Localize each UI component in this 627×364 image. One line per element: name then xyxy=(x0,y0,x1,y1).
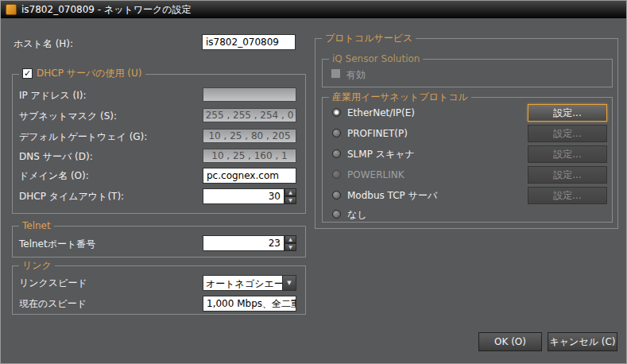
modbus-settings-button: 設定... xyxy=(528,187,607,204)
industrial-protocol-group: 産業用イーサネットプロトコル EtherNet/IP(E) 設定... PROF… xyxy=(322,97,613,223)
ethernet-ip-settings-button[interactable]: 設定... xyxy=(528,104,607,122)
telnet-port-label: Telnetポート番号 xyxy=(19,238,95,250)
dhcp-checkbox-label: DHCP サーバの使用 (U) xyxy=(37,68,142,79)
profinet-settings-button: 設定... xyxy=(528,125,607,142)
dhcp-checkbox[interactable]: ✓ xyxy=(22,68,33,79)
window-title: is7802_070809 - ネットワークの設定 xyxy=(21,3,192,17)
dhcp-timeout-input[interactable]: 30 xyxy=(203,188,284,204)
chevron-down-icon[interactable]: ▼ xyxy=(282,276,296,290)
link-speed-label: リンクスピード xyxy=(19,277,87,288)
domain-name-label: ドメイン名 (O): xyxy=(19,170,89,181)
link-speed-value: オートネゴシエー xyxy=(203,276,282,290)
ip-address-label: IP アドレス (I): xyxy=(19,90,86,101)
iq-enable-checkbox xyxy=(331,68,341,79)
telnet-legend: Telnet xyxy=(19,220,54,231)
radio-modbus-tcp-label: Modbus TCP サーバ xyxy=(347,190,437,201)
spin-up-icon[interactable]: ▲ xyxy=(284,235,296,243)
cancel-button[interactable]: キャンセル (C) xyxy=(548,332,617,351)
iq-sensor-legend: iQ Sensor Solution xyxy=(329,53,423,64)
radio-profinet-label: PROFINET(P) xyxy=(347,128,408,139)
dns-server-input: 10 , 25 , 160 , 1 xyxy=(203,149,296,163)
protocol-services-legend: プロトコルサービス xyxy=(322,33,416,44)
spin-down-icon[interactable]: ▼ xyxy=(284,196,296,204)
dhcp-timeout-label: DHCP タイムアウト(T): xyxy=(19,191,124,202)
slmp-settings-button: 設定... xyxy=(528,145,607,163)
ip-address-input xyxy=(203,87,296,102)
dns-server-label: DNS サーバ (D): xyxy=(19,151,93,162)
industrial-protocol-legend: 産業用イーサネットプロトコル xyxy=(329,91,471,103)
telnet-port-stepper: ▲ ▼ xyxy=(284,235,296,251)
radio-ethernet-ip[interactable] xyxy=(332,108,341,117)
telnet-group: Telnet Telnetポート番号 23 ▲ ▼ xyxy=(12,226,306,258)
hostname-input[interactable]: is7802_070809 xyxy=(202,34,296,50)
network-settings-dialog: is7802_070809 - ネットワークの設定 ホスト名 (H): is78… xyxy=(0,0,627,364)
protocol-services-group: プロトコルサービス iQ Sensor Solution 有効 産業用イーサネッ… xyxy=(315,38,618,229)
powerlink-settings-button: 設定... xyxy=(528,166,607,184)
checkmark-icon: ✓ xyxy=(24,69,31,78)
dhcp-group: ✓ DHCP サーバの使用 (U) IP アドレス (I): サブネットマスク … xyxy=(12,74,306,214)
domain-name-input[interactable]: pc.cognex.com xyxy=(203,168,296,184)
link-group: リンク リンクスピード オートネゴシエー ▼ 現在のスピード 1,000 Mbp… xyxy=(12,265,306,315)
spin-up-icon[interactable]: ▲ xyxy=(284,188,296,196)
radio-profinet[interactable] xyxy=(332,129,341,137)
current-speed-value: 1,000 Mbps、全二重 xyxy=(203,296,296,312)
telnet-port-input[interactable]: 23 xyxy=(203,235,284,251)
spin-down-icon[interactable]: ▼ xyxy=(284,243,296,251)
subnet-mask-input: 255 , 255 , 254 , 0 xyxy=(203,108,296,122)
radio-none[interactable] xyxy=(332,210,341,219)
app-icon xyxy=(6,4,17,15)
default-gateway-input: 10 , 25 , 80 , 205 xyxy=(203,129,296,143)
radio-slmp-scanner[interactable] xyxy=(332,149,341,158)
radio-slmp-scanner-label: SLMP スキャナ xyxy=(347,149,415,160)
default-gateway-label: デフォルトゲートウェイ (G): xyxy=(19,131,147,142)
current-speed-label: 現在のスピード xyxy=(19,298,87,309)
radio-powerlink-label: POWERLINK xyxy=(347,169,404,180)
radio-none-label: なし xyxy=(347,209,367,220)
radio-ethernet-ip-label: EtherNet/IP(E) xyxy=(347,107,415,118)
ok-button[interactable]: OK (O) xyxy=(478,332,542,351)
subnet-mask-label: サブネットマスク (S): xyxy=(19,110,117,122)
titlebar[interactable]: is7802_070809 - ネットワークの設定 xyxy=(1,1,626,18)
radio-powerlink xyxy=(332,170,341,179)
link-legend: リンク xyxy=(19,260,55,271)
dhcp-legend: ✓ DHCP サーバの使用 (U) xyxy=(19,68,145,79)
iq-sensor-group: iQ Sensor Solution 有効 xyxy=(322,59,613,87)
dhcp-timeout-stepper: ▲ ▼ xyxy=(284,188,296,204)
hostname-label: ホスト名 (H): xyxy=(14,38,73,49)
iq-enable-label: 有効 xyxy=(346,69,366,80)
radio-modbus-tcp[interactable] xyxy=(332,191,341,199)
link-speed-select[interactable]: オートネゴシエー ▼ xyxy=(203,275,296,291)
